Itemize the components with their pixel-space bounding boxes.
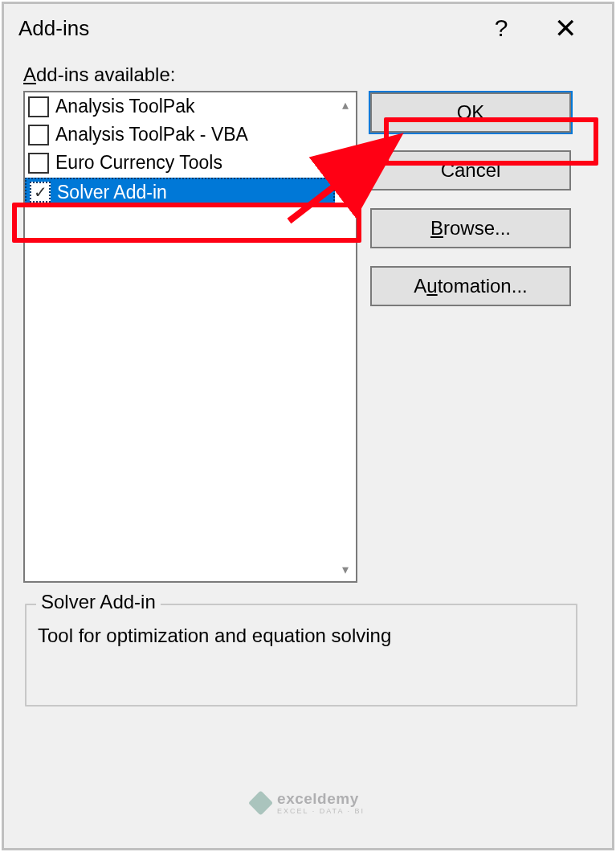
list-item[interactable]: Euro Currency Tools: [25, 149, 335, 177]
checkbox-icon[interactable]: [28, 96, 49, 117]
dialog-content: Add-ins available: Analysis ToolPak Anal…: [4, 52, 612, 707]
description-text: Tool for optimization and equation solvi…: [38, 625, 565, 647]
cancel-button[interactable]: Cancel: [370, 150, 571, 190]
list-item-label: Solver Add-in: [57, 182, 167, 203]
ok-button[interactable]: OK: [370, 92, 571, 133]
description-group: Solver Add-in Tool for optimization and …: [25, 604, 577, 707]
list-item-label: Euro Currency Tools: [55, 152, 222, 174]
checkbox-icon[interactable]: [28, 125, 49, 145]
titlebar: Add-ins ? ✕: [4, 4, 612, 52]
list-item-label: Analysis ToolPak: [55, 96, 194, 117]
list-inner: Analysis ToolPak Analysis ToolPak - VBA …: [25, 92, 335, 581]
list-item-selected[interactable]: Solver Add-in: [25, 178, 335, 207]
checkbox-icon[interactable]: [28, 153, 49, 174]
scrollbar[interactable]: ▴ ▾: [335, 92, 356, 581]
dialog-window: Add-ins ? ✕ Add-ins available: Analysis …: [2, 2, 614, 850]
chevron-down-icon[interactable]: ▾: [335, 559, 356, 580]
close-icon[interactable]: ✕: [533, 6, 598, 51]
list-item-label: Analysis ToolPak - VBA: [55, 124, 248, 145]
list-item[interactable]: Analysis ToolPak - VBA: [25, 121, 335, 149]
browse-button[interactable]: Browse...: [370, 208, 571, 248]
list-item[interactable]: Analysis ToolPak: [25, 92, 335, 121]
dialog-title: Add-ins: [18, 16, 469, 41]
chevron-up-icon[interactable]: ▴: [335, 94, 356, 115]
help-icon[interactable]: ?: [469, 6, 533, 51]
checkbox-icon[interactable]: [30, 182, 51, 203]
button-column: OK Cancel Browse... Automation...: [370, 91, 571, 583]
addins-listbox[interactable]: Analysis ToolPak Analysis ToolPak - VBA …: [23, 91, 357, 583]
available-label: Add-ins available:: [23, 63, 593, 86]
main-row: Analysis ToolPak Analysis ToolPak - VBA …: [23, 91, 593, 583]
automation-button[interactable]: Automation...: [370, 266, 571, 306]
description-title: Solver Add-in: [36, 591, 161, 613]
